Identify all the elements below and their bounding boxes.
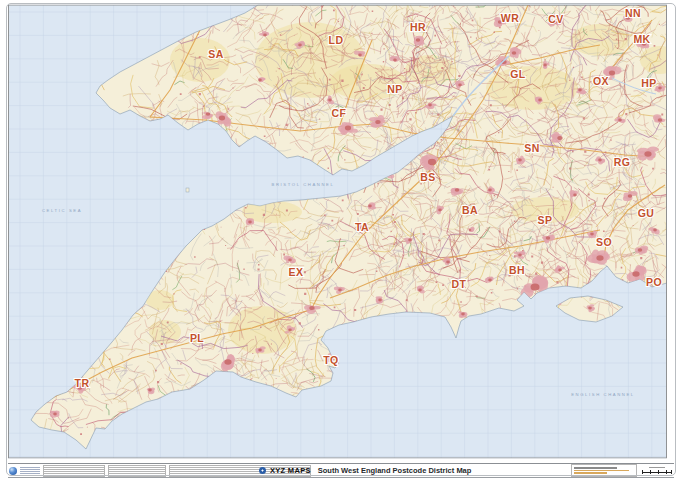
brand-name: XYZ MAPS <box>270 466 311 475</box>
sea-label-celtic-sea: CELTIC SEA <box>42 208 82 213</box>
sea-label-english-channel: ENGLISH CHANNEL <box>571 392 635 397</box>
postcode-label-SP: SP <box>538 214 553 226</box>
publisher-logo-icon <box>9 467 17 475</box>
postcode-label-MK: MK <box>633 33 650 45</box>
postcode-label-LD: LD <box>329 34 344 46</box>
postcode-label-SA: SA <box>208 48 223 60</box>
postcode-label-NN: NN <box>625 7 641 19</box>
sea-label-bristol-channel: BRISTOL CHANNEL <box>272 182 335 187</box>
postcode-label-TQ: TQ <box>323 354 338 366</box>
postcode-label-OX: OX <box>593 75 609 87</box>
footer-title-group: XYZ MAPS South West England Postcode Dis… <box>259 464 471 477</box>
postcode-label-SO: SO <box>596 236 612 248</box>
postcode-label-BS: BS <box>420 171 435 183</box>
postcode-label-SN: SN <box>524 142 539 154</box>
postcode-label-BA: BA <box>462 204 478 216</box>
postcode-label-NP: NP <box>387 83 402 95</box>
map-canvas: CELTIC SEABRISTOL CHANNELENGLISH CHANNEL… <box>0 0 679 478</box>
fine-print-box <box>108 465 166 477</box>
postcode-label-WR: WR <box>501 12 519 24</box>
fine-print-box <box>43 465 105 477</box>
postcode-label-HR: HR <box>410 21 426 33</box>
postcode-label-GU: GU <box>638 207 655 219</box>
fine-print-text <box>20 467 40 474</box>
footer-bar: XYZ MAPS South West England Postcode Dis… <box>8 463 674 478</box>
compass-icon <box>259 467 266 474</box>
postcode-label-PO: PO <box>646 276 662 288</box>
postcode-label-HP: HP <box>641 77 656 89</box>
postcode-label-CV: CV <box>548 13 563 25</box>
postcode-label-RG: RG <box>614 156 631 168</box>
postcode-label-PL: PL <box>190 332 204 344</box>
postcode-label-BH: BH <box>509 264 525 276</box>
map-title: South West England Postcode District Map <box>318 466 472 475</box>
postcode-label-CF: CF <box>332 107 347 119</box>
postcode-label-TA: TA <box>355 221 369 233</box>
scale-bar <box>642 466 672 476</box>
footer-right-group <box>571 464 672 477</box>
postcode-label-TR: TR <box>75 377 90 389</box>
legend-box <box>571 464 637 477</box>
postcode-label-EX: EX <box>289 266 304 278</box>
postcode-label-GL: GL <box>510 68 526 80</box>
postcode-label-DT: DT <box>452 278 467 290</box>
